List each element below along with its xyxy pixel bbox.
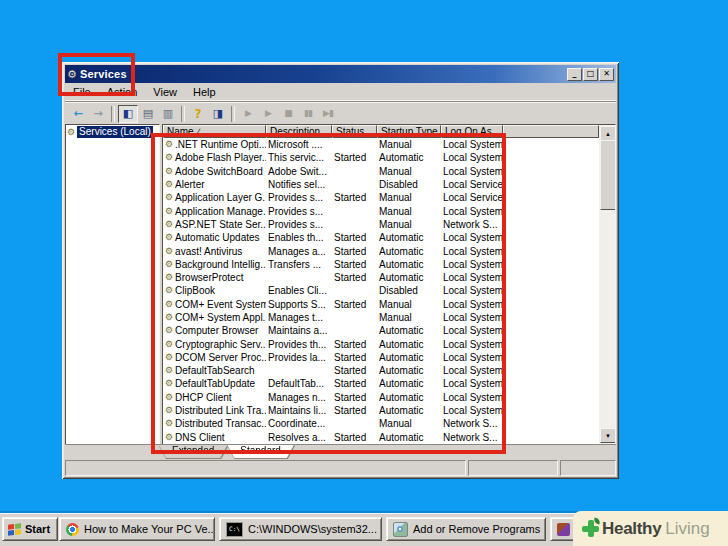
service-row[interactable]: ⚙AlerterNotifies sel...DisabledLocal Ser… (163, 178, 599, 191)
show-console-tree-button[interactable]: ◧ (118, 105, 138, 123)
status-section (65, 460, 466, 476)
service-row[interactable]: ⚙Background Intellig...Transfers ...Star… (163, 258, 599, 271)
column-header-label: Status (336, 126, 364, 137)
column-header-label: Description (270, 126, 320, 137)
tab-standard[interactable]: Standard (227, 445, 294, 458)
column-header-startup-type[interactable]: Startup Type (377, 125, 441, 138)
forward-button[interactable]: → (88, 105, 108, 123)
service-gear-icon: ⚙ (165, 140, 173, 149)
pause-service-button[interactable]: ▮▮ (298, 105, 318, 123)
cell-log-on-as: Local System (441, 259, 503, 270)
service-name-text: Adobe Flash Player... (175, 152, 266, 163)
properties-button[interactable]: ▤ (138, 105, 158, 123)
taskbar-item-c-windows-system32[interactable]: C:\C:\WINDOWS\system32... (219, 517, 382, 541)
tab-extended[interactable]: Extended (159, 445, 227, 458)
menu-action[interactable]: Action (99, 85, 146, 99)
back-button[interactable]: ← (68, 105, 88, 123)
service-row[interactable]: ⚙ASP.NET State Ser...Provides s...Manual… (163, 218, 599, 231)
stop-service-icon: ■ (284, 109, 292, 118)
service-row[interactable]: ⚙DefaultTabUpdateDefaultTab...StartedAut… (163, 377, 599, 390)
cell-log-on-as: Local System (441, 232, 503, 243)
service-row[interactable]: ⚙DHCP ClientManages n...StartedAutomatic… (163, 391, 599, 404)
cell-name: ⚙BrowserProtect (163, 272, 266, 283)
service-row[interactable]: ⚙Automatic UpdatesEnables th...StartedAu… (163, 231, 599, 244)
cell-log-on-as: Local System (441, 206, 503, 217)
help-button[interactable]: ? (188, 105, 208, 123)
view-tabs: ExtendedStandard (65, 444, 616, 459)
watermark-bold-text: Healthy (602, 519, 661, 539)
cell-log-on-as: Local Service (441, 179, 503, 190)
cell-startup-type: Automatic (377, 246, 441, 257)
title-bar[interactable]: ⚙ Services _ □ ✕ (65, 65, 616, 83)
menu-help[interactable]: Help (185, 85, 224, 99)
start-service-button[interactable]: ▶ (238, 105, 258, 123)
service-row[interactable]: ⚙Application Manage...Provides s...Manua… (163, 204, 599, 217)
column-header-status[interactable]: Status (332, 125, 377, 138)
close-button[interactable]: ✕ (599, 68, 614, 81)
cell-startup-type: Automatic (377, 259, 441, 270)
service-row[interactable]: ⚙Computer BrowserMaintains a...Automatic… (163, 324, 599, 337)
service-row[interactable]: ⚙COM+ Event SystemSupports S...StartedMa… (163, 298, 599, 311)
addremove-icon (393, 522, 408, 537)
console-window-button[interactable]: ◨ (208, 105, 228, 123)
cell-startup-type: Manual (377, 299, 441, 310)
taskbar-item-label: How to Make Your PC Ve... (84, 523, 215, 535)
cell-name: ⚙Application Layer G... (163, 192, 266, 203)
scroll-down-icon[interactable]: ▼ (600, 428, 616, 443)
cell-log-on-as: Local System (441, 246, 503, 257)
cell-description: Maintains a... (266, 325, 332, 336)
taskbar-item-how-to-make-your-pc-ve[interactable]: How to Make Your PC Ve... (59, 517, 215, 541)
menu-file[interactable]: File (65, 85, 99, 99)
green-cross-icon (582, 520, 599, 537)
maximize-button[interactable]: □ (583, 68, 598, 81)
service-row[interactable]: ⚙Adobe SwitchBoardAdobe Swit...ManualLoc… (163, 165, 599, 178)
scroll-up-icon[interactable]: ▲ (600, 126, 616, 141)
taskbar-item-add-or-remove-programs[interactable]: Add or Remove Programs (386, 517, 546, 541)
column-header-description[interactable]: Description (266, 125, 332, 138)
restart-service-button[interactable]: ▶▮ (318, 105, 338, 123)
service-row[interactable]: ⚙Adobe Flash Player...This servic...Star… (163, 151, 599, 164)
service-name-text: Application Manage... (175, 206, 266, 217)
resume-service-button[interactable]: ▶ (258, 105, 278, 123)
service-row[interactable]: ⚙Application Layer G...Provides s...Star… (163, 191, 599, 204)
cell-name: ⚙Alerter (163, 179, 266, 190)
service-row[interactable]: ⚙Distributed Link Tra...Maintains li...S… (163, 404, 599, 417)
cell-description: Provides s... (266, 219, 332, 230)
service-row[interactable]: ⚙avast! AntivirusManages a...StartedAuto… (163, 244, 599, 257)
service-row[interactable]: ⚙ClipBookEnables Cli...DisabledLocal Sys… (163, 284, 599, 297)
service-name-text: Application Layer G... (175, 192, 266, 203)
service-row[interactable]: ⚙Cryptographic Serv...Provides th...Star… (163, 337, 599, 350)
start-button[interactable]: Start (2, 517, 58, 541)
cell-status: Started (332, 272, 377, 283)
service-row[interactable]: ⚙DCOM Server Proc...Provides la...Starte… (163, 351, 599, 364)
export-list-icon: ▥ (163, 108, 173, 119)
service-row[interactable]: ⚙BrowserProtectStartedAutomaticLocal Sys… (163, 271, 599, 284)
service-row[interactable]: ⚙Distributed Transac...Coordinate...Manu… (163, 417, 599, 430)
service-name-text: DefaultTabSearch (175, 365, 255, 376)
cell-description: Notifies sel... (266, 179, 332, 190)
stop-service-button[interactable]: ■ (278, 105, 298, 123)
help-icon: ? (195, 108, 202, 120)
cell-log-on-as: Local System (441, 166, 503, 177)
service-row[interactable]: ⚙DNS ClientResolves a...StartedAutomatic… (163, 431, 599, 444)
export-list-button[interactable]: ▥ (158, 105, 178, 123)
vertical-scrollbar[interactable]: ▲ ▼ (599, 125, 615, 444)
service-name-text: Distributed Transac... (175, 418, 266, 429)
service-row[interactable]: ⚙COM+ System Appl...Manages t...ManualLo… (163, 311, 599, 324)
service-row[interactable]: ⚙.NET Runtime Opti...Microsoft ....Manua… (163, 138, 599, 151)
show-console-tree-icon: ◧ (123, 108, 133, 119)
tree-item-services-local[interactable]: ⚙ Services (Local) (66, 126, 159, 138)
service-gear-icon: ⚙ (165, 366, 173, 375)
watermark-light-text: Living (665, 519, 709, 539)
menu-view[interactable]: View (145, 85, 185, 99)
service-gear-icon: ⚙ (165, 233, 173, 242)
toolbar-separator (181, 106, 185, 122)
column-header-log-on-as[interactable]: Log On As (441, 125, 503, 138)
service-row[interactable]: ⚙DefaultTabSearchStartedAutomaticLocal S… (163, 364, 599, 377)
cell-name: ⚙COM+ Event System (163, 299, 266, 310)
minimize-button[interactable]: _ (567, 68, 582, 81)
column-header-name[interactable]: Name∕ (163, 125, 266, 138)
cell-status: Started (332, 192, 377, 203)
scrollbar-thumb[interactable] (600, 140, 616, 210)
services-gear-icon: ⚙ (67, 128, 75, 137)
